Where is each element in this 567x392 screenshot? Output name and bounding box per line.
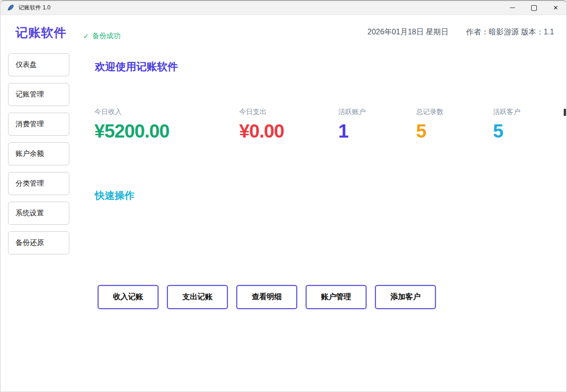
- sidebar-item-backup-restore[interactable]: 备份还原: [8, 231, 69, 254]
- check-icon: ✓: [83, 32, 89, 41]
- account-manage-button[interactable]: 账户管理: [306, 285, 367, 309]
- stat-today-expense: 今日支出 ¥0.00: [239, 107, 284, 140]
- expense-entry-button[interactable]: 支出记账: [167, 285, 228, 309]
- window-controls: ✕: [501, 1, 567, 15]
- add-customer-button[interactable]: 添加客户: [375, 285, 436, 309]
- stat-today-income: 今日收入 ¥5200.00: [94, 107, 169, 140]
- income-entry-button[interactable]: 收入记账: [98, 285, 158, 309]
- stat-label: 今日支出: [239, 107, 284, 116]
- minimize-icon: [510, 8, 515, 8]
- sidebar-item-categories[interactable]: 分类管理: [8, 172, 69, 195]
- close-button[interactable]: ✕: [545, 1, 567, 15]
- stat-label: 活跃客户: [493, 107, 520, 116]
- welcome-heading: 欢迎使用记账软件: [95, 60, 178, 74]
- window-title: 记账软件 1.0: [18, 4, 50, 12]
- maximize-icon: [531, 5, 537, 11]
- stat-total-records: 总记录数 5: [416, 107, 443, 140]
- minimize-button[interactable]: [501, 1, 523, 15]
- view-details-button[interactable]: 查看明细: [236, 285, 297, 309]
- stat-value: ¥0.00: [239, 122, 284, 140]
- sidebar-item-expense[interactable]: 消费管理: [8, 113, 69, 136]
- stat-label: 今日收入: [94, 107, 169, 116]
- sidebar-item-account-balance[interactable]: 账户余额: [8, 142, 69, 165]
- close-icon: ✕: [553, 5, 559, 11]
- stat-label: 总记录数: [416, 107, 443, 116]
- quick-actions-row: 收入记账 支出记账 查看明细 账户管理 添加客户: [98, 285, 436, 309]
- stat-value: 5: [493, 122, 520, 140]
- app-brand-title: 记账软件: [16, 24, 67, 41]
- titlebar: 记账软件 1.0 ✕: [0, 0, 567, 15]
- backup-status-label: 备份成功: [92, 32, 121, 41]
- sidebar-item-dashboard[interactable]: 仪表盘: [8, 53, 69, 76]
- app-window: 记账软件 1.0 ✕ 记账软件 ✓ 备份成功 2026年01月18日 星期日 作…: [0, 0, 567, 392]
- stat-active-customers: 活跃客户 5: [493, 107, 520, 140]
- quick-actions-heading: 快速操作: [95, 189, 134, 202]
- sidebar-item-settings[interactable]: 系统设置: [8, 202, 69, 225]
- app-feather-icon: [7, 4, 14, 12]
- maximize-button[interactable]: [523, 1, 545, 15]
- author-version-info: 作者：暗影游源 版本：1.1: [466, 27, 554, 37]
- sidebar-nav: 仪表盘 记账管理 消费管理 账户余额 分类管理 系统设置 备份还原: [8, 53, 69, 261]
- current-date: 2026年01月18日 星期日: [367, 27, 449, 37]
- stat-active-accounts: 活跃账户 1: [338, 107, 366, 140]
- sidebar-item-bookkeeping[interactable]: 记账管理: [8, 83, 69, 106]
- stat-value: 5: [416, 122, 443, 140]
- stat-value: ¥5200.00: [94, 122, 169, 140]
- clipped-edge-fragment: [564, 109, 566, 116]
- stat-label: 活跃账户: [338, 107, 366, 116]
- stat-value: 1: [338, 122, 366, 140]
- backup-status: ✓ 备份成功: [83, 32, 121, 41]
